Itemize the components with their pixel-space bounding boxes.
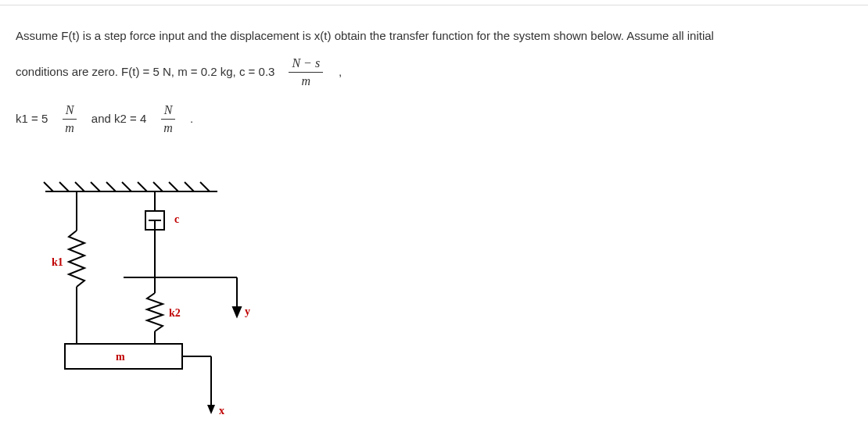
svg-marker-21 [233,307,241,316]
svg-line-1 [44,182,53,191]
k1-units-fraction: N m [62,103,77,134]
problem-line-2: conditions are zero. F(t) = 5 N, m = 0.2… [16,55,852,88]
svg-line-4 [91,182,100,191]
label-k1: k1 [52,256,63,268]
svg-line-10 [185,182,194,191]
label-c: c [174,213,179,225]
k1-prefix: k1 = 5 [16,102,48,135]
svg-line-3 [75,182,84,191]
problem-line-3: k1 = 5 N m and k2 = 4 N m . [16,102,852,135]
k2-units-fraction: N m [160,103,176,134]
k2-prefix: and k2 = 4 [91,102,146,135]
svg-marker-27 [207,405,215,414]
c-units-fraction: N − s m [289,56,323,88]
separator-comma: , [339,55,342,88]
svg-line-7 [138,182,147,191]
label-m: m [116,351,125,363]
svg-line-11 [200,182,210,191]
svg-line-9 [169,182,178,191]
k1-units-denominator: m [62,120,77,135]
system-diagram: k1 c y k2 m [38,176,272,426]
k1-units-numerator: N [63,103,77,120]
c-units-numerator: N − s [289,56,323,73]
label-x: x [219,405,224,417]
final-period: . [190,102,193,135]
line2-prefix: conditions are zero. F(t) = 5 N, m = 0.2… [16,55,274,88]
svg-line-5 [106,182,116,191]
problem-container: Assume F(t) is a step force input and th… [0,5,868,135]
k2-units-denominator: m [160,120,176,135]
svg-line-8 [153,182,163,191]
c-units-denominator: m [298,73,314,88]
label-k2: k2 [169,307,181,319]
k2-units-numerator: N [161,103,176,120]
problem-line-1: Assume F(t) is a step force input and th… [16,20,852,52]
label-y: y [245,306,250,317]
svg-line-6 [122,182,131,191]
problem-text: Assume F(t) is a step force input and th… [16,20,852,135]
svg-line-2 [59,182,69,191]
